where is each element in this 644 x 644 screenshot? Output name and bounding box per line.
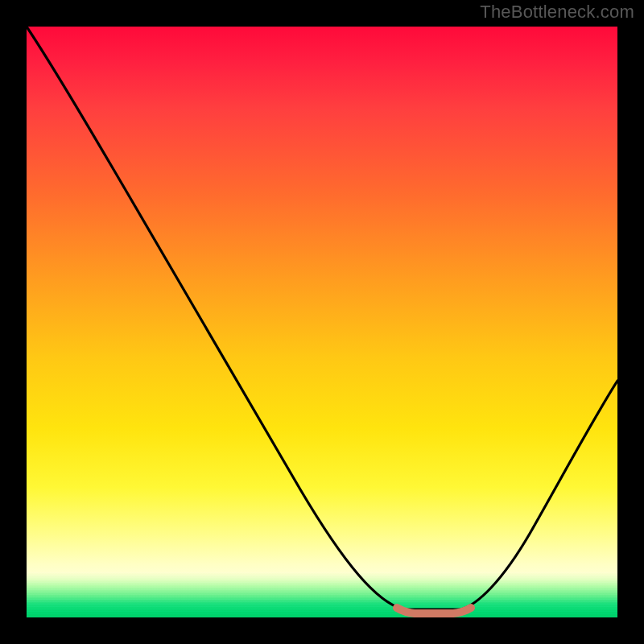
- watermark-text: TheBottleneck.com: [480, 2, 634, 23]
- curve-layer: [27, 27, 617, 617]
- plot-area: [27, 27, 617, 617]
- bottleneck-curve: [27, 27, 617, 609]
- chart-frame: TheBottleneck.com: [0, 0, 644, 644]
